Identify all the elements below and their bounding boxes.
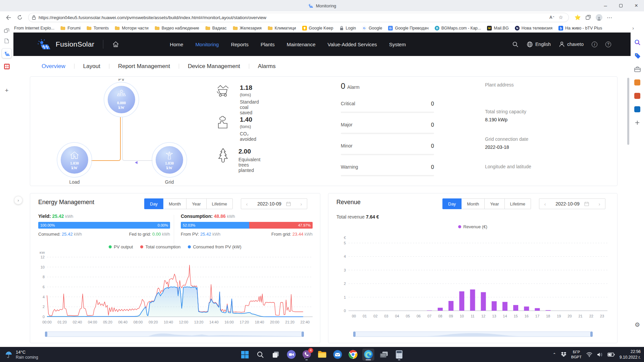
dropbox-icon[interactable] bbox=[561, 352, 567, 357]
taskbar-weather-widget[interactable]: 14°C Rain coming bbox=[5, 350, 38, 360]
tray-chevron-icon[interactable]: ⌃ bbox=[553, 352, 556, 357]
battery-charging-icon[interactable] bbox=[607, 353, 615, 357]
taskbar-mail-icon[interactable] bbox=[331, 349, 343, 361]
home-icon[interactable] bbox=[112, 41, 119, 48]
energy-chart-zoom-slider[interactable] bbox=[45, 331, 304, 337]
page-scrollbar[interactable] bbox=[627, 76, 630, 345]
read-aloud-icon[interactable]: A⌃ bbox=[548, 13, 556, 21]
tab-actions-icon[interactable] bbox=[4, 28, 9, 34]
revenue-tab-lifetime[interactable]: Lifetime bbox=[505, 198, 531, 209]
taskbar-edge-icon[interactable] bbox=[362, 349, 374, 361]
brand[interactable]: FusionSolar bbox=[38, 39, 119, 50]
legend-item[interactable]: PV output bbox=[109, 244, 133, 249]
tray-clock[interactable]: 22:569.10.2022 г. bbox=[620, 349, 641, 360]
tray-language-indicator[interactable]: БГРBGPT bbox=[571, 350, 582, 360]
next-date-icon[interactable]: › bbox=[296, 201, 307, 207]
revenue-tab-year[interactable]: Year bbox=[485, 198, 504, 209]
taskbar-viber-icon[interactable]: 4 bbox=[301, 349, 313, 361]
profile-avatar[interactable] bbox=[594, 13, 604, 22]
revenue-tab-month[interactable]: Month bbox=[462, 198, 485, 209]
address-bar[interactable]: https://region04eu5.fusionsolar.huawei.c… bbox=[28, 13, 569, 22]
nav-item-system[interactable]: System bbox=[389, 42, 406, 47]
bookmark-item[interactable]: GGoogle Преводач bbox=[386, 25, 431, 32]
prev-date-icon[interactable]: ‹ bbox=[539, 201, 551, 207]
bookmark-item[interactable]: Google Keep bbox=[300, 25, 336, 32]
subnav-alarms[interactable]: Alarms bbox=[258, 63, 276, 70]
energy-date[interactable]: 2022-10-09 bbox=[253, 201, 286, 206]
user-menu[interactable]: chaveto bbox=[559, 41, 584, 47]
nav-item-plants[interactable]: Plants bbox=[261, 42, 275, 47]
subnav-device-management[interactable]: Device Management bbox=[188, 63, 240, 70]
sidebar-search-icon[interactable] bbox=[634, 39, 641, 46]
revenue-bar-chart[interactable]: 012345€000102030405060708091011121314151… bbox=[332, 231, 613, 325]
bookmark-item[interactable]: Климатици bbox=[265, 25, 299, 32]
taskbar-taskview-icon[interactable] bbox=[270, 349, 282, 361]
help-icon[interactable]: ? bbox=[605, 42, 611, 47]
tab-page-icon[interactable] bbox=[4, 38, 9, 44]
bookmark-item[interactable]: Login bbox=[337, 25, 359, 32]
calendar-icon[interactable] bbox=[584, 201, 594, 206]
maximize-button[interactable] bbox=[613, 0, 629, 11]
minimize-button[interactable]: ─ bbox=[598, 0, 613, 11]
close-button[interactable]: × bbox=[629, 0, 644, 11]
nav-item-monitoring[interactable]: Monitoring bbox=[195, 42, 219, 47]
new-tab-plus-icon[interactable]: + bbox=[5, 87, 8, 94]
collections-icon[interactable] bbox=[583, 13, 594, 22]
taskbar-keyboard-icon[interactable] bbox=[378, 349, 390, 361]
sidebar-tools-icon[interactable] bbox=[634, 65, 641, 73]
nav-item-reports[interactable]: Reports bbox=[231, 42, 249, 47]
search-icon[interactable] bbox=[512, 41, 519, 48]
active-tab-fusionsolar[interactable] bbox=[2, 48, 12, 58]
bookmark-item[interactable]: Железария bbox=[230, 25, 264, 32]
taskbar-video-call-icon[interactable] bbox=[285, 349, 297, 361]
wifi-icon[interactable] bbox=[586, 352, 592, 357]
station-drawer-toggle[interactable]: › bbox=[14, 196, 22, 204]
energy-tab-day[interactable]: Day bbox=[144, 198, 163, 209]
volume-icon[interactable] bbox=[597, 352, 603, 357]
add-favorite-star-icon[interactable]: ☆ bbox=[556, 13, 565, 21]
browser-menu-icon[interactable]: ··· bbox=[604, 13, 615, 22]
taskbar-calculator-icon[interactable] bbox=[393, 349, 405, 361]
bookmark-item[interactable]: GGoogle bbox=[360, 25, 384, 32]
bookmarks-overflow-icon[interactable]: › bbox=[632, 25, 634, 31]
favorites-button[interactable]: ⭐ bbox=[572, 13, 583, 22]
tab-favicon-red[interactable] bbox=[4, 64, 10, 69]
sidebar-shopping-icon[interactable] bbox=[634, 52, 641, 59]
legend-item[interactable]: Total consumption bbox=[140, 244, 180, 249]
bookmark-item[interactable]: MMail.BG bbox=[485, 25, 511, 32]
nav-item-value-added-services[interactable]: Value-Added Services bbox=[328, 42, 377, 47]
energy-line-chart[interactable]: 024681012kW00:0001:2002:4004:0005:2006:4… bbox=[34, 252, 317, 329]
nav-item-maintenance[interactable]: Maintenance bbox=[287, 42, 316, 47]
revenue-tab-day[interactable]: Day bbox=[442, 198, 462, 209]
nav-item-home[interactable]: Home bbox=[170, 42, 183, 47]
sidebar-app-blue[interactable] bbox=[634, 106, 641, 113]
bookmark-item[interactable]: Torrents bbox=[84, 25, 111, 32]
calendar-icon[interactable] bbox=[286, 201, 296, 206]
legend-item[interactable]: Consumed from PV (kW) bbox=[188, 244, 241, 249]
taskbar-search-icon[interactable] bbox=[254, 349, 266, 361]
browser-tab[interactable]: Monitoring bbox=[308, 3, 336, 8]
revenue-chart-zoom-slider[interactable] bbox=[354, 331, 592, 337]
bookmark-item[interactable]: Forumi bbox=[58, 25, 83, 32]
subnav-report-management[interactable]: Report Management bbox=[118, 63, 170, 70]
energy-tab-lifetime[interactable]: Lifetime bbox=[207, 198, 233, 209]
sidebar-settings-gear-icon[interactable]: ⚙ bbox=[635, 321, 640, 328]
bookmark-item[interactable]: Вадиас bbox=[203, 25, 229, 32]
language-selector[interactable]: English bbox=[527, 41, 551, 48]
energy-tab-month[interactable]: Month bbox=[163, 198, 186, 209]
bookmark-item[interactable]: Мотори части bbox=[112, 25, 151, 32]
sidebar-app-orange[interactable] bbox=[634, 79, 641, 86]
back-button[interactable] bbox=[3, 12, 14, 22]
subnav-overview[interactable]: Overview bbox=[42, 63, 65, 70]
sidebar-add-icon[interactable] bbox=[634, 119, 641, 126]
bookmark-item[interactable]: bНа живо - bTV Plus bbox=[556, 25, 604, 32]
legend-item[interactable]: Revenue (€) bbox=[458, 224, 487, 229]
sidebar-app-red[interactable] bbox=[634, 92, 641, 100]
refresh-button[interactable] bbox=[14, 12, 25, 22]
bookmark-item[interactable]: Видео наблюдение bbox=[152, 25, 202, 32]
bookmark-item[interactable]: NНова телевизия bbox=[513, 25, 555, 32]
taskbar-start-icon[interactable] bbox=[239, 349, 251, 361]
next-date-icon[interactable]: › bbox=[594, 201, 605, 207]
taskbar-chrome-icon[interactable] bbox=[347, 349, 359, 361]
subnav-layout[interactable]: Layout bbox=[83, 63, 100, 70]
